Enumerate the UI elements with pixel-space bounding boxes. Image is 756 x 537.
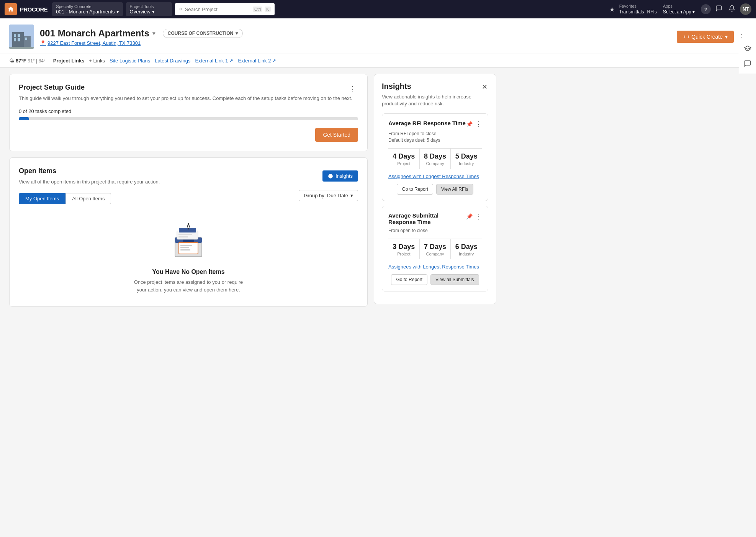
search-key: K [265,7,270,12]
company-name: Specialty Concrete [56,4,119,9]
messages-icon[interactable] [714,3,724,15]
svg-rect-14 [179,228,196,232]
group-by-filter-button[interactable]: Group by: Due Date ▾ [299,190,358,201]
svg-rect-5 [14,38,16,41]
progress-bar [19,117,358,120]
project-header: 001 Monarch Apartments ▾ COURSE OF CONST… [0,18,756,54]
feedback-icon[interactable] [741,57,754,70]
project-chevron-icon[interactable]: ▾ [152,30,155,36]
temperature-range: 91° | 64° [28,58,46,64]
weather-icon: 🌤 [9,58,14,64]
fav-rfis[interactable]: RFIs [647,9,657,15]
svg-rect-8 [9,47,34,49]
svg-rect-19 [180,247,189,248]
nav-right-section: ★ Favorites Transmittals RFIs Apps Selec… [608,2,751,16]
project-address[interactable]: 📍 9227 East Forest Street, Austin, TX 73… [40,40,671,46]
rfi-assignees-link[interactable]: Assignees with Longest Response Times [388,174,482,179]
svg-rect-4 [18,34,20,37]
header-actions: + + Quick Create ▾ ⋮ [677,31,747,43]
add-link-button[interactable]: + Links [89,58,105,64]
submittal-insight-card: Average Submittal Response Time 📌 ⋮ From… [382,206,488,291]
view-all-rfis-button[interactable]: View All RFIs [436,184,473,195]
search-bar[interactable]: Ctrl K [175,3,275,15]
rfi-metrics-row: 4 Days Project 8 Days Company 5 Days Ind… [388,148,482,169]
right-sidebar-icons [739,38,756,74]
svg-rect-15 [178,234,192,235]
get-started-button[interactable]: Get Started [315,128,358,142]
favorites-links: Favorites Transmittals RFIs [619,4,657,15]
open-items-header: Open Items View all of the open items in… [19,167,358,186]
svg-line-22 [188,223,190,227]
svg-rect-7 [25,38,27,40]
svg-rect-3 [14,34,16,37]
quick-create-plus-icon: + [683,34,686,40]
empty-state-description: Once project items are assigned to you o… [131,278,246,293]
home-button[interactable] [5,3,17,15]
procore-logo: PROCORE [20,6,47,13]
favorites-star-icon[interactable]: ★ [608,4,616,15]
submittal-go-to-report-button[interactable]: Go to Report [391,274,427,285]
my-open-items-tab[interactable]: My Open Items [19,193,65,204]
rfi-more-icon[interactable]: ⋮ [475,120,482,128]
search-input[interactable] [185,7,251,12]
setup-guide-more-button[interactable]: ⋮ [347,83,358,94]
tools-value: Overview ▾ [130,9,168,15]
setup-guide-title: Project Setup Guide [19,83,85,92]
submittal-card-title: Average Submittal Response Time [388,212,466,225]
project-title: 001 Monarch Apartments [40,28,149,39]
insights-panel-description: View actionable insights to help increas… [382,93,488,107]
open-items-title: Open Items [19,167,160,175]
rfi-industry-metric: 5 Days Industry [451,149,482,169]
submittal-pin-icon[interactable]: 📌 [466,213,473,219]
insights-close-button[interactable]: ✕ [481,82,488,92]
project-tools-dropdown[interactable]: Project Tools Overview ▾ [126,2,172,16]
search-shortcut: Ctrl [253,7,262,12]
rfi-project-metric: 4 Days Project [388,149,420,169]
setup-guide-description: This guide will walk you through everyth… [19,95,358,102]
graduation-cap-icon[interactable] [741,41,754,55]
fav-transmittals[interactable]: Transmittals [619,9,644,15]
tabs-and-filter: My Open Items All Open Items Group by: D… [19,188,358,209]
temperature-main: 87°F [16,58,26,64]
open-items-tabs: My Open Items All Open Items [19,193,111,204]
notifications-icon[interactable] [727,3,737,15]
external-link-1-icon: ↗ [229,58,233,64]
view-all-submittals-button[interactable]: View all Submittals [430,274,479,285]
weather-widget: 🌤 87°F 91° | 64° [9,58,46,64]
site-logistic-plans-link[interactable]: Site Logistic Plans [110,58,150,64]
svg-rect-12 [183,239,194,242]
location-pin-icon: 📍 [40,40,46,46]
submittal-company-metric: 7 Days Company [420,239,451,259]
insights-panel: Insights ✕ View actionable insights to h… [374,74,496,307]
main-content: Project Setup Guide ⋮ This guide will wa… [0,68,506,313]
svg-rect-18 [180,245,192,246]
apps-dropdown[interactable]: Apps Select an App ▾ [660,2,698,16]
project-title-area: 001 Monarch Apartments ▾ COURSE OF CONST… [40,28,671,39]
submittal-assignees-link[interactable]: Assignees with Longest Response Times [388,264,482,270]
tag-chevron-icon: ▾ [236,31,238,36]
submittal-project-metric: 3 Days Project [388,239,420,259]
course-of-construction-tag[interactable]: COURSE OF CONSTRUCTION ▾ [163,29,243,38]
svg-rect-16 [178,236,188,237]
user-avatar[interactable]: NT [740,3,751,15]
empty-state-illustration [165,216,211,262]
insights-button[interactable]: Insights [322,170,358,182]
all-open-items-tab[interactable]: All Open Items [65,193,111,204]
quick-create-button[interactable]: + + Quick Create ▾ [677,31,734,43]
rfi-pin-icon[interactable]: 📌 [466,121,473,127]
top-navigation: PROCORE Specialty Concrete 001 - Monarch… [0,0,756,18]
empty-state-title: You Have No Open Items [152,268,224,275]
rfi-go-to-report-button[interactable]: Go to Report [397,184,433,195]
external-link-2[interactable]: External Link 2 ↗ [238,58,276,64]
latest-drawings-link[interactable]: Latest Drawings [155,58,190,64]
tools-label: Project Tools [130,4,168,9]
project-thumbnail [9,25,34,49]
help-icon[interactable]: ? [701,4,711,14]
filter-group: Group by: Due Date ▾ [299,190,358,201]
progress-bar-fill [19,117,29,120]
submittal-metrics-row: 3 Days Project 7 Days Company 6 Days Ind… [388,239,482,259]
submittal-more-icon[interactable]: ⋮ [475,212,482,221]
rfi-company-metric: 8 Days Company [420,149,451,169]
external-link-1[interactable]: External Link 1 ↗ [195,58,233,64]
company-project-dropdown[interactable]: Specialty Concrete 001 - Monarch Apartme… [52,2,123,16]
